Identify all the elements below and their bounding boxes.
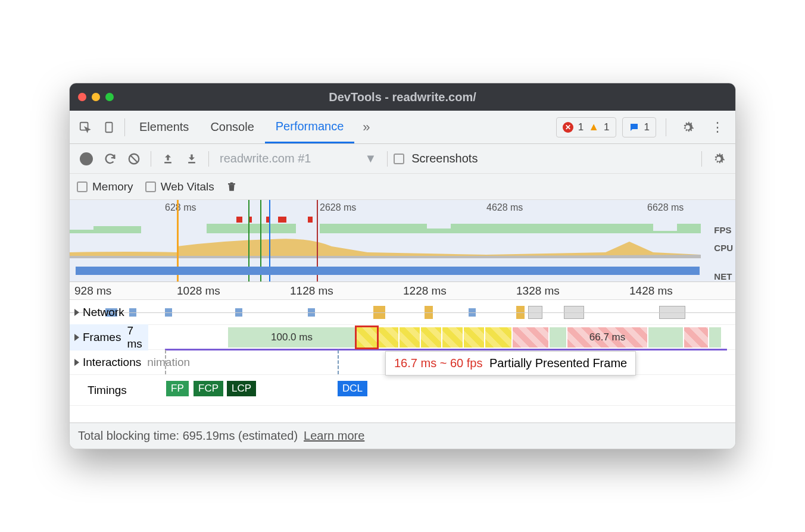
marker-line bbox=[338, 350, 339, 374]
frame-time: 7 ms bbox=[127, 324, 148, 351]
ov-tick: 2628 ms bbox=[320, 202, 356, 213]
message-icon bbox=[629, 122, 639, 133]
expand-icon[interactable] bbox=[74, 334, 79, 341]
interactions-label: Interactions bbox=[83, 356, 141, 369]
kebab-icon[interactable]: ⋮ bbox=[706, 115, 729, 139]
devtools-window: DevTools - readwrite.com/ Elements Conso… bbox=[69, 83, 736, 449]
window-title: DevTools - readwrite.com/ bbox=[70, 90, 735, 104]
svg-rect-9 bbox=[278, 217, 286, 223]
frames-label: Frames bbox=[83, 331, 121, 344]
perf-toolbar: readwrite.com #1 ▼ Screenshots bbox=[70, 144, 735, 174]
issues-badge[interactable]: ✕ 1 ▲ 1 bbox=[556, 117, 616, 137]
interactions-sub: nimation bbox=[147, 356, 190, 369]
upload-icon[interactable] bbox=[157, 153, 179, 165]
frame-segment[interactable] bbox=[400, 327, 420, 348]
record-button[interactable] bbox=[76, 152, 97, 165]
screenshots-label: Screenshots bbox=[411, 152, 478, 165]
timing-lcp[interactable]: LCP bbox=[227, 381, 256, 396]
ruler-tick: 1428 ms bbox=[629, 284, 673, 298]
expand-icon[interactable] bbox=[74, 309, 79, 316]
error-count: 1 bbox=[578, 121, 584, 133]
timeline-ruler: 928 ms 1028 ms 1128 ms 1228 ms 1328 ms 1… bbox=[70, 282, 735, 300]
frame-segment[interactable] bbox=[421, 327, 441, 348]
frame-segment[interactable] bbox=[684, 327, 708, 348]
webvitals-checkbox[interactable] bbox=[145, 181, 156, 192]
messages-badge[interactable]: 1 bbox=[622, 117, 656, 137]
ruler-tick: 1328 ms bbox=[516, 284, 560, 298]
frame-segment[interactable]: 66.7 ms bbox=[567, 327, 647, 348]
close-button[interactable] bbox=[78, 93, 86, 101]
warning-icon: ▲ bbox=[588, 121, 599, 133]
timings-track[interactable]: Timings FP FCP LCP DCL bbox=[70, 375, 735, 406]
ov-tick: 628 ms bbox=[165, 202, 196, 213]
download-icon[interactable] bbox=[181, 153, 202, 165]
timing-dcl[interactable]: DCL bbox=[338, 381, 367, 396]
main-tabbar: Elements Console Performance » ✕ 1 ▲ 1 1… bbox=[70, 111, 735, 144]
ov-tick: 6628 ms bbox=[647, 202, 684, 213]
chevron-down-icon: ▼ bbox=[364, 152, 376, 165]
frames-track[interactable]: Frames7 ms 100.0 ms 66.7 ms bbox=[70, 325, 735, 350]
minimize-button[interactable] bbox=[92, 93, 100, 101]
frame-tooltip: 16.7 ms ~ 60 fps Partially Presented Fra… bbox=[385, 351, 636, 375]
net-lane bbox=[76, 267, 700, 275]
svg-rect-4 bbox=[164, 162, 171, 164]
traffic-lights bbox=[78, 93, 114, 101]
frame-segment[interactable] bbox=[485, 327, 511, 348]
ruler-tick: 1128 ms bbox=[290, 284, 333, 298]
warning-count: 1 bbox=[604, 121, 609, 133]
svg-line-3 bbox=[131, 155, 138, 162]
inspect-icon[interactable] bbox=[73, 115, 97, 139]
network-track[interactable]: Network bbox=[70, 300, 735, 325]
frame-segment[interactable] bbox=[709, 327, 721, 348]
svg-rect-6 bbox=[236, 217, 242, 223]
blocking-time-text: Total blocking time: 695.19ms (estimated… bbox=[78, 429, 298, 443]
memory-label: Memory bbox=[92, 180, 133, 193]
error-icon: ✕ bbox=[563, 122, 573, 133]
frame-segment[interactable]: 100.0 ms bbox=[228, 327, 355, 348]
learn-more-link[interactable]: Learn more bbox=[304, 429, 364, 443]
frame-segment[interactable] bbox=[648, 327, 683, 348]
overview-timeline[interactable]: 628 ms 2628 ms 4628 ms 6628 ms FPS CP bbox=[70, 200, 735, 282]
tab-console[interactable]: Console bbox=[199, 111, 264, 143]
zoom-button[interactable] bbox=[105, 93, 114, 101]
tab-elements[interactable]: Elements bbox=[129, 111, 199, 143]
tooltip-desc: Partially Presented Frame bbox=[489, 356, 627, 370]
frame-segment[interactable] bbox=[513, 327, 548, 348]
svg-rect-10 bbox=[308, 217, 313, 223]
frame-segment-selected[interactable] bbox=[357, 327, 377, 348]
titlebar: DevTools - readwrite.com/ bbox=[70, 83, 735, 111]
timings-label: Timings bbox=[88, 384, 127, 397]
frame-segment[interactable] bbox=[550, 327, 566, 348]
frame-segment[interactable] bbox=[442, 327, 463, 348]
session-select[interactable]: readwrite.com #1 ▼ bbox=[215, 152, 381, 165]
frame-segment[interactable] bbox=[464, 327, 484, 348]
reload-icon[interactable] bbox=[99, 152, 121, 165]
screenshots-checkbox[interactable] bbox=[394, 154, 404, 164]
tab-performance[interactable]: Performance bbox=[265, 111, 355, 143]
ruler-tick: 1228 ms bbox=[403, 284, 447, 298]
session-label: readwrite.com #1 bbox=[220, 152, 311, 165]
svg-rect-1 bbox=[106, 122, 113, 132]
footer: Total blocking time: 695.19ms (estimated… bbox=[70, 423, 735, 449]
webvitals-label: Web Vitals bbox=[161, 180, 214, 193]
clear-icon[interactable] bbox=[123, 152, 145, 165]
perf-options: Memory Web Vitals bbox=[70, 174, 735, 200]
settings-icon[interactable] bbox=[676, 115, 700, 139]
trash-icon[interactable] bbox=[226, 181, 237, 193]
svg-rect-5 bbox=[188, 162, 195, 164]
ov-tick: 4628 ms bbox=[486, 202, 523, 213]
network-label: Network bbox=[83, 306, 124, 319]
more-tabs-icon[interactable]: » bbox=[354, 115, 378, 139]
timeline[interactable]: 928 ms 1028 ms 1128 ms 1228 ms 1328 ms 1… bbox=[70, 282, 735, 423]
expand-icon[interactable] bbox=[74, 359, 79, 366]
memory-checkbox[interactable] bbox=[77, 181, 88, 192]
capture-settings-icon[interactable] bbox=[708, 152, 729, 165]
ruler-tick: 1028 ms bbox=[177, 284, 220, 298]
fps-lane bbox=[70, 217, 701, 233]
frame-segment[interactable] bbox=[378, 327, 398, 348]
cpu-label: CPU bbox=[714, 239, 733, 257]
message-count: 1 bbox=[644, 121, 650, 133]
device-icon[interactable] bbox=[97, 115, 121, 139]
fps-label: FPS bbox=[714, 221, 733, 239]
tooltip-timing: 16.7 ms ~ 60 fps bbox=[394, 356, 482, 370]
